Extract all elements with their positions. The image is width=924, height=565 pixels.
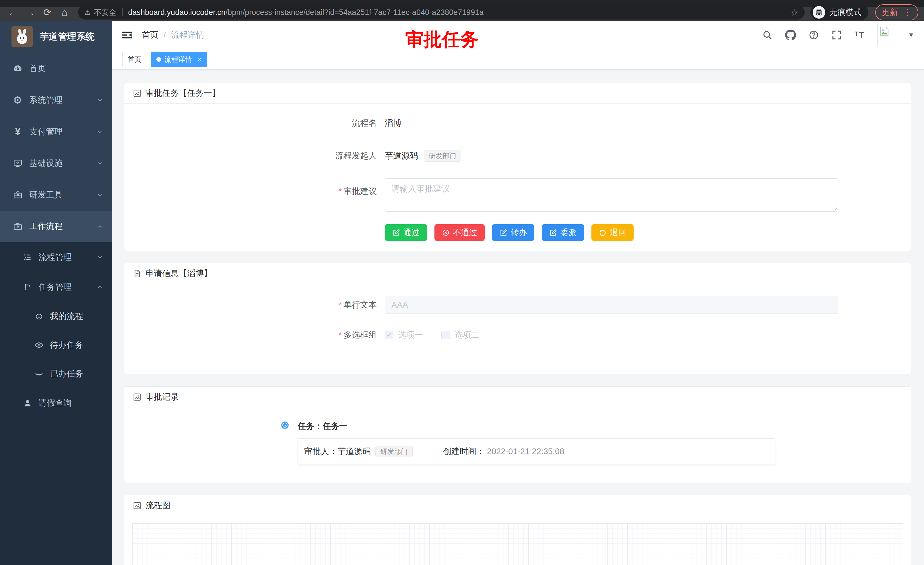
yen-icon: ¥ <box>12 126 24 138</box>
back-icon[interactable]: ← <box>5 6 21 19</box>
fullscreen-icon[interactable] <box>832 30 842 40</box>
sidebar-item-workflow[interactable]: 工作流程 <box>0 211 112 242</box>
approval-records-card: 审批记录 任务：任务一 审批人：芋道源码 研发部门 创建时间：2022-01-2… <box>124 386 911 483</box>
initiator-value: 芋道源码 <box>385 150 418 162</box>
process-name-value: 滔博 <box>385 117 402 129</box>
dept-tag: 研发部门 <box>375 446 412 457</box>
card-title: 申请信息【滔博】 <box>146 268 212 279</box>
chevron-down-icon <box>96 97 103 104</box>
sidebar-item-process-mgmt[interactable]: 流程管理 <box>0 242 112 272</box>
process-name-label: 流程名 <box>124 117 377 129</box>
required-asterisk: * <box>339 300 342 309</box>
bpmn-canvas[interactable] <box>132 523 903 565</box>
chevron-down-icon <box>96 160 103 167</box>
card-title: 流程图 <box>146 500 171 511</box>
sidebar-item-devtools[interactable]: 研发工具 <box>0 179 112 211</box>
active-dot <box>156 57 161 62</box>
picture-icon <box>133 89 141 98</box>
sidebar-item-todo-tasks[interactable]: 待办任务 <box>0 331 112 359</box>
font-size-icon[interactable]: TT <box>855 30 864 40</box>
document-icon <box>133 269 141 278</box>
initiator-label: 流程发起人 <box>124 150 377 162</box>
forward-icon[interactable]: → <box>22 6 38 19</box>
sidebar-item-leave-query[interactable]: 请假查询 <box>0 388 112 418</box>
required-asterisk: * <box>339 186 342 196</box>
approve-button[interactable]: 通过 <box>385 224 427 241</box>
sidebar-item-done-tasks[interactable]: 已办任务 <box>0 359 112 388</box>
divider <box>122 8 123 17</box>
sidebar-item-label: 任务管理 <box>39 281 72 293</box>
close-icon[interactable]: × <box>198 56 201 63</box>
checkbox-option-2: 选项二 <box>441 329 480 341</box>
security-label: 不安全 <box>94 8 117 18</box>
monitor-icon <box>12 158 24 168</box>
checkbox-option-1: ✓ 选项一 <box>385 329 423 341</box>
card-header: 申请信息【滔博】 <box>124 263 911 284</box>
toolbox-icon <box>12 190 24 200</box>
app-title: 芋道管理系统 <box>40 30 95 43</box>
incognito-label: 无痕模式 <box>829 7 861 18</box>
main-area: 审批任务 首页 / 流程详情 TT <box>112 21 924 565</box>
browser-menu-icon[interactable]: ⋮ <box>903 8 912 17</box>
delegate-button[interactable]: 委派 <box>542 224 584 241</box>
breadcrumb-current: 流程详情 <box>171 29 204 41</box>
tag-tab-home[interactable]: 首页 <box>122 52 147 67</box>
card-header: 流程图 <box>124 495 911 516</box>
chevron-up-icon <box>96 284 103 290</box>
sidebar-item-system[interactable]: ⚙ 系统管理 <box>0 84 112 116</box>
sidebar-item-task-mgmt[interactable]: 任务管理 <box>0 272 112 302</box>
suggestion-textarea[interactable] <box>385 178 838 212</box>
approval-task-card: 审批任务【任务一】 流程名 滔博 流程发起人 芋道源码 研发部门 <box>124 83 911 251</box>
sidebar-item-payment[interactable]: ¥ 支付管理 <box>0 116 112 147</box>
incognito-icon <box>813 6 825 19</box>
avatar[interactable] <box>877 24 899 46</box>
edit-icon <box>500 229 507 237</box>
browser-chrome: ← → ⟳ ⌂ ⚠ 不安全 dashboard.yudao.iocoder.cn… <box>0 0 924 21</box>
dashboard-icon <box>12 64 24 74</box>
workflow-submenu: 流程管理 任务管理 我的流程 待办任务 已办 <box>0 242 112 565</box>
fold-sidebar-icon[interactable] <box>122 30 132 40</box>
breadcrumb-home[interactable]: 首页 <box>142 29 158 41</box>
sidebar-item-label: 系统管理 <box>29 95 63 106</box>
sidebar: 芋道管理系统 首页 ⚙ 系统管理 ¥ 支付管理 基础设施 <box>0 21 112 565</box>
breadcrumb-separator: / <box>164 30 166 40</box>
home-icon[interactable]: ⌂ <box>57 6 72 19</box>
address-bar[interactable]: ⚠ 不安全 dashboard.yudao.iocoder.cn/bpm/pro… <box>78 5 805 20</box>
sidebar-item-home[interactable]: 首页 <box>0 53 112 84</box>
sidebar-item-label: 支付管理 <box>29 126 63 138</box>
edit-icon <box>392 229 400 237</box>
card-header: 审批记录 <box>124 387 911 407</box>
apply-info-card: 申请信息【滔博】 *单行文本 *多选框组 ✓ 选项一 <box>124 263 911 374</box>
return-button[interactable]: 退回 <box>591 224 634 241</box>
timeline: 任务：任务一 审批人：芋道源码 研发部门 创建时间：2022-01-21 22:… <box>124 407 911 482</box>
sidebar-item-my-process[interactable]: 我的流程 <box>0 302 112 331</box>
help-icon[interactable] <box>808 30 819 40</box>
tag-label: 首页 <box>128 55 141 64</box>
sidebar-item-infra[interactable]: 基础设施 <box>0 147 112 179</box>
caret-down-icon[interactable]: ▼ <box>908 31 914 39</box>
refresh-left-icon <box>599 229 607 237</box>
transfer-button[interactable]: 转办 <box>492 224 534 241</box>
record-item-card: 审批人：芋道源码 研发部门 创建时间：2022-01-21 22:35:08 <box>298 439 776 465</box>
sidebar-item-label: 基础设施 <box>29 158 63 169</box>
sidebar-item-label: 请假查询 <box>39 397 72 409</box>
reload-icon[interactable]: ⟳ <box>40 6 55 19</box>
tag-tab-process-detail[interactable]: 流程详情 × <box>151 52 207 67</box>
tags-view-bar: 首页 流程详情 × <box>112 50 924 69</box>
reject-button[interactable]: 不通过 <box>435 224 484 241</box>
single-text-label: *单行文本 <box>124 299 377 311</box>
search-icon[interactable] <box>762 30 772 40</box>
github-icon[interactable] <box>785 30 796 41</box>
clock-icon <box>281 421 289 429</box>
tag-label: 流程详情 <box>164 55 192 64</box>
breadcrumb: 首页 / 流程详情 <box>142 29 204 41</box>
app-logo-row[interactable]: 芋道管理系统 <box>0 21 112 53</box>
edit-icon <box>549 229 557 237</box>
sidebar-item-label: 已办任务 <box>50 368 83 380</box>
page-content: 审批任务【任务一】 流程名 滔博 流程发起人 芋道源码 研发部门 <box>112 69 924 565</box>
checkbox-unchecked-icon <box>441 331 450 340</box>
browser-update-button[interactable]: 更新 ⋮ <box>875 4 918 20</box>
bookmark-star-icon[interactable]: ☆ <box>790 8 798 18</box>
suggestion-label: *审批建议 <box>124 178 377 197</box>
screen: ← → ⟳ ⌂ ⚠ 不安全 dashboard.yudao.iocoder.cn… <box>0 0 924 565</box>
